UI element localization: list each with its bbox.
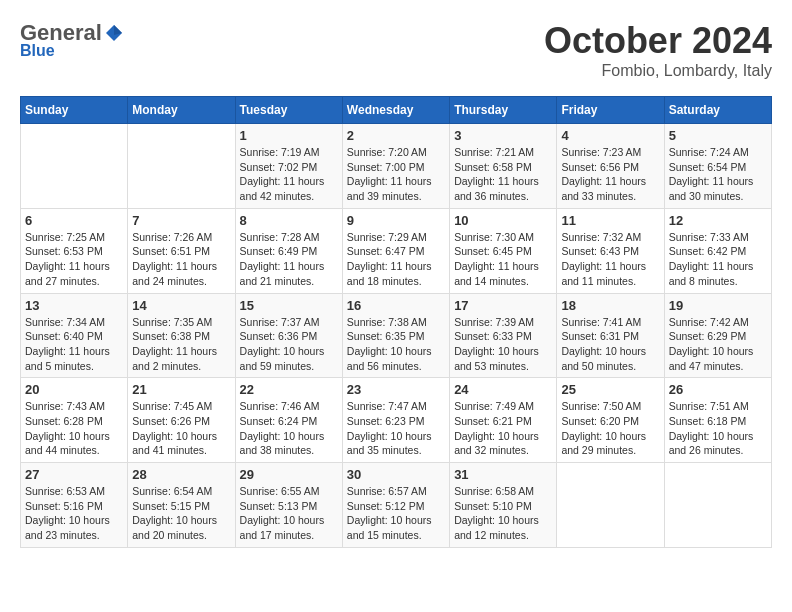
day-number: 24: [454, 382, 552, 397]
week-row-1: 6Sunrise: 7:25 AM Sunset: 6:53 PM Daylig…: [21, 208, 772, 293]
cell-content: 6Sunrise: 7:25 AM Sunset: 6:53 PM Daylig…: [25, 213, 123, 289]
cell-detail: Sunrise: 6:57 AM Sunset: 5:12 PM Dayligh…: [347, 484, 445, 543]
day-number: 13: [25, 298, 123, 313]
cell-detail: Sunrise: 6:54 AM Sunset: 5:15 PM Dayligh…: [132, 484, 230, 543]
day-number: 10: [454, 213, 552, 228]
calendar-cell: [557, 463, 664, 548]
calendar-cell: 6Sunrise: 7:25 AM Sunset: 6:53 PM Daylig…: [21, 208, 128, 293]
cell-detail: Sunrise: 7:23 AM Sunset: 6:56 PM Dayligh…: [561, 145, 659, 204]
cell-content: 23Sunrise: 7:47 AM Sunset: 6:23 PM Dayli…: [347, 382, 445, 458]
cell-content: 22Sunrise: 7:46 AM Sunset: 6:24 PM Dayli…: [240, 382, 338, 458]
week-row-0: 1Sunrise: 7:19 AM Sunset: 7:02 PM Daylig…: [21, 124, 772, 209]
cell-content: 1Sunrise: 7:19 AM Sunset: 7:02 PM Daylig…: [240, 128, 338, 204]
cell-detail: Sunrise: 7:46 AM Sunset: 6:24 PM Dayligh…: [240, 399, 338, 458]
cell-content: 15Sunrise: 7:37 AM Sunset: 6:36 PM Dayli…: [240, 298, 338, 374]
cell-content: 2Sunrise: 7:20 AM Sunset: 7:00 PM Daylig…: [347, 128, 445, 204]
day-number: 3: [454, 128, 552, 143]
cell-content: 17Sunrise: 7:39 AM Sunset: 6:33 PM Dayli…: [454, 298, 552, 374]
cell-detail: Sunrise: 7:32 AM Sunset: 6:43 PM Dayligh…: [561, 230, 659, 289]
cell-content: 31Sunrise: 6:58 AM Sunset: 5:10 PM Dayli…: [454, 467, 552, 543]
calendar-cell: 14Sunrise: 7:35 AM Sunset: 6:38 PM Dayli…: [128, 293, 235, 378]
day-number: 5: [669, 128, 767, 143]
cell-detail: Sunrise: 7:35 AM Sunset: 6:38 PM Dayligh…: [132, 315, 230, 374]
day-number: 6: [25, 213, 123, 228]
calendar-cell: 28Sunrise: 6:54 AM Sunset: 5:15 PM Dayli…: [128, 463, 235, 548]
cell-detail: Sunrise: 7:33 AM Sunset: 6:42 PM Dayligh…: [669, 230, 767, 289]
calendar-cell: 18Sunrise: 7:41 AM Sunset: 6:31 PM Dayli…: [557, 293, 664, 378]
cell-detail: Sunrise: 7:19 AM Sunset: 7:02 PM Dayligh…: [240, 145, 338, 204]
calendar-cell: [128, 124, 235, 209]
cell-content: 21Sunrise: 7:45 AM Sunset: 6:26 PM Dayli…: [132, 382, 230, 458]
calendar-cell: 10Sunrise: 7:30 AM Sunset: 6:45 PM Dayli…: [450, 208, 557, 293]
cell-detail: Sunrise: 7:39 AM Sunset: 6:33 PM Dayligh…: [454, 315, 552, 374]
week-row-3: 20Sunrise: 7:43 AM Sunset: 6:28 PM Dayli…: [21, 378, 772, 463]
day-number: 11: [561, 213, 659, 228]
calendar-cell: [664, 463, 771, 548]
logo-icon: [104, 23, 124, 43]
week-row-4: 27Sunrise: 6:53 AM Sunset: 5:16 PM Dayli…: [21, 463, 772, 548]
cell-content: 12Sunrise: 7:33 AM Sunset: 6:42 PM Dayli…: [669, 213, 767, 289]
calendar-cell: 19Sunrise: 7:42 AM Sunset: 6:29 PM Dayli…: [664, 293, 771, 378]
cell-content: 18Sunrise: 7:41 AM Sunset: 6:31 PM Dayli…: [561, 298, 659, 374]
calendar-cell: 30Sunrise: 6:57 AM Sunset: 5:12 PM Dayli…: [342, 463, 449, 548]
cell-detail: Sunrise: 7:26 AM Sunset: 6:51 PM Dayligh…: [132, 230, 230, 289]
calendar-cell: 15Sunrise: 7:37 AM Sunset: 6:36 PM Dayli…: [235, 293, 342, 378]
cell-content: 7Sunrise: 7:26 AM Sunset: 6:51 PM Daylig…: [132, 213, 230, 289]
cell-content: 8Sunrise: 7:28 AM Sunset: 6:49 PM Daylig…: [240, 213, 338, 289]
logo: General Blue: [20, 20, 124, 60]
cell-detail: Sunrise: 7:41 AM Sunset: 6:31 PM Dayligh…: [561, 315, 659, 374]
location-title: Fombio, Lombardy, Italy: [544, 62, 772, 80]
header-sunday: Sunday: [21, 97, 128, 124]
calendar-cell: 4Sunrise: 7:23 AM Sunset: 6:56 PM Daylig…: [557, 124, 664, 209]
calendar-cell: 9Sunrise: 7:29 AM Sunset: 6:47 PM Daylig…: [342, 208, 449, 293]
day-number: 25: [561, 382, 659, 397]
day-number: 21: [132, 382, 230, 397]
cell-detail: Sunrise: 7:42 AM Sunset: 6:29 PM Dayligh…: [669, 315, 767, 374]
cell-detail: Sunrise: 7:47 AM Sunset: 6:23 PM Dayligh…: [347, 399, 445, 458]
cell-detail: Sunrise: 7:37 AM Sunset: 6:36 PM Dayligh…: [240, 315, 338, 374]
day-number: 15: [240, 298, 338, 313]
calendar-cell: 12Sunrise: 7:33 AM Sunset: 6:42 PM Dayli…: [664, 208, 771, 293]
day-number: 4: [561, 128, 659, 143]
calendar-cell: 29Sunrise: 6:55 AM Sunset: 5:13 PM Dayli…: [235, 463, 342, 548]
calendar-cell: [21, 124, 128, 209]
cell-content: 25Sunrise: 7:50 AM Sunset: 6:20 PM Dayli…: [561, 382, 659, 458]
day-number: 7: [132, 213, 230, 228]
cell-content: 24Sunrise: 7:49 AM Sunset: 6:21 PM Dayli…: [454, 382, 552, 458]
cell-detail: Sunrise: 7:28 AM Sunset: 6:49 PM Dayligh…: [240, 230, 338, 289]
calendar-cell: 25Sunrise: 7:50 AM Sunset: 6:20 PM Dayli…: [557, 378, 664, 463]
day-number: 8: [240, 213, 338, 228]
cell-detail: Sunrise: 6:58 AM Sunset: 5:10 PM Dayligh…: [454, 484, 552, 543]
calendar-cell: 7Sunrise: 7:26 AM Sunset: 6:51 PM Daylig…: [128, 208, 235, 293]
cell-content: 9Sunrise: 7:29 AM Sunset: 6:47 PM Daylig…: [347, 213, 445, 289]
calendar-header-row: SundayMondayTuesdayWednesdayThursdayFrid…: [21, 97, 772, 124]
day-number: 17: [454, 298, 552, 313]
cell-content: 16Sunrise: 7:38 AM Sunset: 6:35 PM Dayli…: [347, 298, 445, 374]
cell-content: 26Sunrise: 7:51 AM Sunset: 6:18 PM Dayli…: [669, 382, 767, 458]
header-thursday: Thursday: [450, 97, 557, 124]
calendar-cell: 1Sunrise: 7:19 AM Sunset: 7:02 PM Daylig…: [235, 124, 342, 209]
day-number: 9: [347, 213, 445, 228]
day-number: 22: [240, 382, 338, 397]
calendar-cell: 17Sunrise: 7:39 AM Sunset: 6:33 PM Dayli…: [450, 293, 557, 378]
page-header: General Blue October 2024 Fombio, Lombar…: [20, 20, 772, 80]
day-number: 26: [669, 382, 767, 397]
day-number: 16: [347, 298, 445, 313]
day-number: 1: [240, 128, 338, 143]
calendar-cell: 8Sunrise: 7:28 AM Sunset: 6:49 PM Daylig…: [235, 208, 342, 293]
day-number: 2: [347, 128, 445, 143]
cell-content: 3Sunrise: 7:21 AM Sunset: 6:58 PM Daylig…: [454, 128, 552, 204]
cell-detail: Sunrise: 7:43 AM Sunset: 6:28 PM Dayligh…: [25, 399, 123, 458]
day-number: 20: [25, 382, 123, 397]
calendar-cell: 24Sunrise: 7:49 AM Sunset: 6:21 PM Dayli…: [450, 378, 557, 463]
cell-detail: Sunrise: 7:25 AM Sunset: 6:53 PM Dayligh…: [25, 230, 123, 289]
calendar-cell: 2Sunrise: 7:20 AM Sunset: 7:00 PM Daylig…: [342, 124, 449, 209]
cell-detail: Sunrise: 6:55 AM Sunset: 5:13 PM Dayligh…: [240, 484, 338, 543]
cell-detail: Sunrise: 6:53 AM Sunset: 5:16 PM Dayligh…: [25, 484, 123, 543]
calendar-cell: 20Sunrise: 7:43 AM Sunset: 6:28 PM Dayli…: [21, 378, 128, 463]
day-number: 27: [25, 467, 123, 482]
cell-content: 13Sunrise: 7:34 AM Sunset: 6:40 PM Dayli…: [25, 298, 123, 374]
logo-blue-text: Blue: [20, 42, 55, 59]
cell-content: 27Sunrise: 6:53 AM Sunset: 5:16 PM Dayli…: [25, 467, 123, 543]
week-row-2: 13Sunrise: 7:34 AM Sunset: 6:40 PM Dayli…: [21, 293, 772, 378]
